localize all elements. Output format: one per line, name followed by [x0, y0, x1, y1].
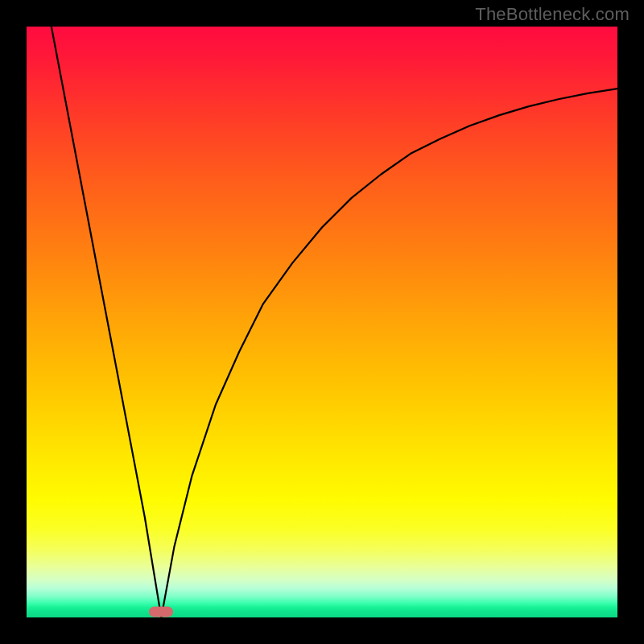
plot-area [27, 27, 617, 617]
watermark-text: TheBottleneck.com [475, 4, 630, 25]
optimal-marker [149, 606, 173, 617]
bottleneck-curve [27, 27, 617, 617]
chart-frame: TheBottleneck.com [0, 0, 644, 644]
